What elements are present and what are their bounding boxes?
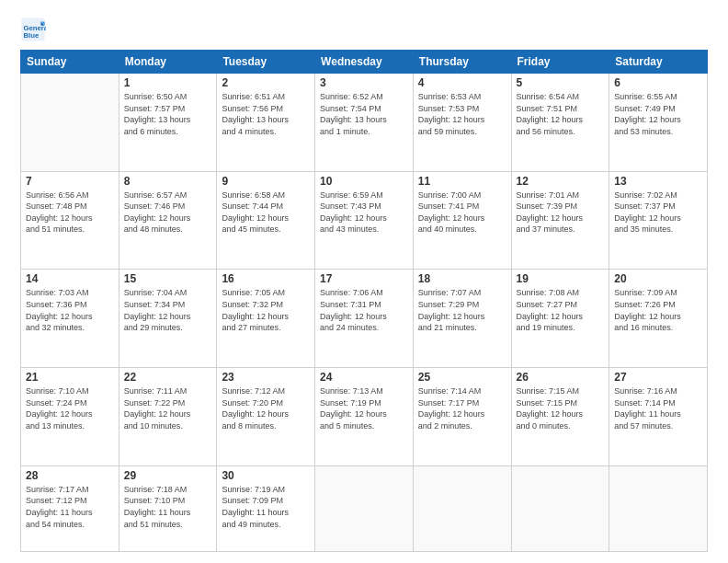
day-info: Sunrise: 6:50 AM Sunset: 7:57 PM Dayligh…	[124, 91, 212, 137]
day-info: Sunrise: 7:04 AM Sunset: 7:34 PM Dayligh…	[124, 287, 212, 333]
day-number: 22	[124, 371, 212, 384]
calendar-cell: 9Sunrise: 6:58 AM Sunset: 7:44 PM Daylig…	[217, 171, 315, 270]
day-number: 25	[418, 371, 506, 384]
day-info: Sunrise: 7:06 AM Sunset: 7:31 PM Dayligh…	[320, 287, 408, 333]
calendar-cell: 7Sunrise: 6:56 AM Sunset: 7:48 PM Daylig…	[21, 171, 119, 270]
calendar-cell: 20Sunrise: 7:09 AM Sunset: 7:26 PM Dayli…	[609, 270, 708, 368]
calendar-cell: 26Sunrise: 7:15 AM Sunset: 7:15 PM Dayli…	[511, 368, 609, 466]
day-number: 24	[320, 371, 408, 384]
weekday-header-tuesday: Tuesday	[217, 51, 315, 74]
day-number: 28	[26, 469, 114, 482]
day-number: 4	[418, 76, 506, 89]
day-number: 10	[320, 175, 408, 188]
day-number: 26	[517, 371, 605, 384]
calendar-cell: 15Sunrise: 7:04 AM Sunset: 7:34 PM Dayli…	[119, 270, 217, 368]
day-number: 3	[320, 76, 408, 89]
day-info: Sunrise: 7:16 AM Sunset: 7:14 PM Dayligh…	[614, 385, 702, 431]
calendar-cell: 29Sunrise: 7:18 AM Sunset: 7:10 PM Dayli…	[119, 465, 217, 551]
weekday-header-wednesday: Wednesday	[315, 51, 414, 74]
day-info: Sunrise: 6:52 AM Sunset: 7:54 PM Dayligh…	[320, 91, 408, 137]
day-info: Sunrise: 7:10 AM Sunset: 7:24 PM Dayligh…	[26, 385, 114, 431]
weekday-header-saturday: Saturday	[609, 51, 708, 74]
day-number: 8	[124, 175, 212, 188]
calendar-cell: 30Sunrise: 7:19 AM Sunset: 7:09 PM Dayli…	[217, 465, 315, 551]
calendar-cell: 21Sunrise: 7:10 AM Sunset: 7:24 PM Dayli…	[21, 368, 119, 466]
day-number: 19	[517, 272, 605, 285]
calendar-cell: 10Sunrise: 6:59 AM Sunset: 7:43 PM Dayli…	[315, 171, 414, 270]
weekday-header-thursday: Thursday	[413, 51, 511, 74]
calendar-cell: 25Sunrise: 7:14 AM Sunset: 7:17 PM Dayli…	[413, 368, 511, 466]
day-info: Sunrise: 6:58 AM Sunset: 7:44 PM Dayligh…	[222, 190, 310, 236]
day-number: 20	[614, 272, 702, 285]
calendar-cell	[21, 74, 119, 172]
day-number: 15	[124, 272, 212, 285]
day-number: 12	[517, 175, 605, 188]
calendar-week-row: 14Sunrise: 7:03 AM Sunset: 7:36 PM Dayli…	[21, 270, 708, 368]
day-info: Sunrise: 7:01 AM Sunset: 7:39 PM Dayligh…	[517, 190, 605, 236]
day-number: 2	[222, 76, 310, 89]
calendar-cell	[413, 465, 511, 551]
calendar-cell	[315, 465, 414, 551]
logo-icon: General Blue	[20, 17, 46, 42]
day-info: Sunrise: 7:15 AM Sunset: 7:15 PM Dayligh…	[517, 385, 605, 431]
day-info: Sunrise: 6:57 AM Sunset: 7:46 PM Dayligh…	[124, 190, 212, 236]
svg-text:Blue: Blue	[24, 31, 40, 40]
day-number: 6	[614, 76, 702, 89]
day-info: Sunrise: 7:09 AM Sunset: 7:26 PM Dayligh…	[614, 287, 702, 333]
day-number: 16	[222, 272, 310, 285]
calendar-cell: 16Sunrise: 7:05 AM Sunset: 7:32 PM Dayli…	[217, 270, 315, 368]
calendar-cell	[609, 465, 708, 551]
calendar-cell: 1Sunrise: 6:50 AM Sunset: 7:57 PM Daylig…	[119, 74, 217, 172]
day-info: Sunrise: 7:18 AM Sunset: 7:10 PM Dayligh…	[124, 484, 212, 530]
calendar-week-row: 7Sunrise: 6:56 AM Sunset: 7:48 PM Daylig…	[21, 171, 708, 270]
header: General Blue	[20, 17, 708, 42]
calendar-cell: 4Sunrise: 6:53 AM Sunset: 7:53 PM Daylig…	[413, 74, 511, 172]
day-info: Sunrise: 7:05 AM Sunset: 7:32 PM Dayligh…	[222, 287, 310, 333]
weekday-header-friday: Friday	[511, 51, 609, 74]
day-info: Sunrise: 7:02 AM Sunset: 7:37 PM Dayligh…	[614, 190, 702, 236]
day-number: 23	[222, 371, 310, 384]
day-number: 13	[614, 175, 702, 188]
day-number: 29	[124, 469, 212, 482]
weekday-header-monday: Monday	[119, 51, 217, 74]
calendar-cell: 5Sunrise: 6:54 AM Sunset: 7:51 PM Daylig…	[511, 74, 609, 172]
day-info: Sunrise: 7:17 AM Sunset: 7:12 PM Dayligh…	[26, 484, 114, 530]
calendar-week-row: 28Sunrise: 7:17 AM Sunset: 7:12 PM Dayli…	[21, 465, 708, 551]
day-number: 1	[124, 76, 212, 89]
calendar-cell: 23Sunrise: 7:12 AM Sunset: 7:20 PM Dayli…	[217, 368, 315, 466]
day-number: 21	[26, 371, 114, 384]
day-info: Sunrise: 7:08 AM Sunset: 7:27 PM Dayligh…	[517, 287, 605, 333]
day-number: 30	[222, 469, 310, 482]
weekday-header-sunday: Sunday	[21, 51, 119, 74]
day-number: 18	[418, 272, 506, 285]
calendar-cell: 6Sunrise: 6:55 AM Sunset: 7:49 PM Daylig…	[609, 74, 708, 172]
calendar-cell: 18Sunrise: 7:07 AM Sunset: 7:29 PM Dayli…	[413, 270, 511, 368]
calendar-cell: 17Sunrise: 7:06 AM Sunset: 7:31 PM Dayli…	[315, 270, 414, 368]
calendar-cell: 22Sunrise: 7:11 AM Sunset: 7:22 PM Dayli…	[119, 368, 217, 466]
calendar-week-row: 1Sunrise: 6:50 AM Sunset: 7:57 PM Daylig…	[21, 74, 708, 172]
day-number: 27	[614, 371, 702, 384]
calendar-cell: 24Sunrise: 7:13 AM Sunset: 7:19 PM Dayli…	[315, 368, 414, 466]
calendar-cell: 8Sunrise: 6:57 AM Sunset: 7:46 PM Daylig…	[119, 171, 217, 270]
day-info: Sunrise: 7:12 AM Sunset: 7:20 PM Dayligh…	[222, 385, 310, 431]
day-info: Sunrise: 6:55 AM Sunset: 7:49 PM Dayligh…	[614, 91, 702, 137]
calendar-cell: 3Sunrise: 6:52 AM Sunset: 7:54 PM Daylig…	[315, 74, 414, 172]
day-info: Sunrise: 7:03 AM Sunset: 7:36 PM Dayligh…	[26, 287, 114, 333]
calendar-cell: 19Sunrise: 7:08 AM Sunset: 7:27 PM Dayli…	[511, 270, 609, 368]
calendar-cell: 28Sunrise: 7:17 AM Sunset: 7:12 PM Dayli…	[21, 465, 119, 551]
calendar-cell: 11Sunrise: 7:00 AM Sunset: 7:41 PM Dayli…	[413, 171, 511, 270]
calendar-cell: 13Sunrise: 7:02 AM Sunset: 7:37 PM Dayli…	[609, 171, 708, 270]
calendar-cell: 2Sunrise: 6:51 AM Sunset: 7:56 PM Daylig…	[217, 74, 315, 172]
day-info: Sunrise: 7:14 AM Sunset: 7:17 PM Dayligh…	[418, 385, 506, 431]
day-number: 11	[418, 175, 506, 188]
day-info: Sunrise: 6:56 AM Sunset: 7:48 PM Dayligh…	[26, 190, 114, 236]
calendar-table: SundayMondayTuesdayWednesdayThursdayFrid…	[20, 50, 708, 552]
day-info: Sunrise: 6:51 AM Sunset: 7:56 PM Dayligh…	[222, 91, 310, 137]
day-info: Sunrise: 7:13 AM Sunset: 7:19 PM Dayligh…	[320, 385, 408, 431]
day-info: Sunrise: 7:19 AM Sunset: 7:09 PM Dayligh…	[222, 484, 310, 530]
calendar-cell: 27Sunrise: 7:16 AM Sunset: 7:14 PM Dayli…	[609, 368, 708, 466]
day-number: 17	[320, 272, 408, 285]
day-info: Sunrise: 6:54 AM Sunset: 7:51 PM Dayligh…	[517, 91, 605, 137]
day-info: Sunrise: 7:00 AM Sunset: 7:41 PM Dayligh…	[418, 190, 506, 236]
weekday-header-row: SundayMondayTuesdayWednesdayThursdayFrid…	[21, 51, 708, 74]
